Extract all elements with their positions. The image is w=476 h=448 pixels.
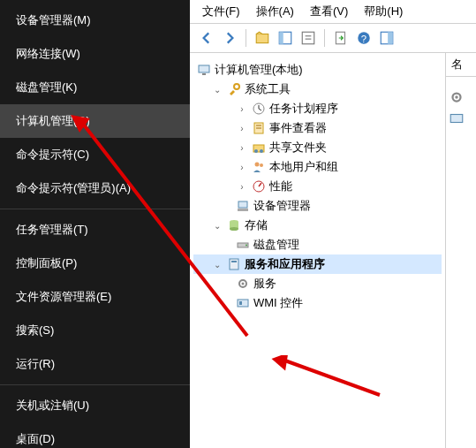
svg-point-20	[260, 149, 263, 153]
menu-device-manager[interactable]: 设备管理器(M)	[0, 4, 190, 37]
gear-icon	[236, 277, 250, 291]
menu-run[interactable]: 运行(R)	[0, 347, 190, 381]
tree-label: 共享文件夹	[269, 140, 327, 156]
svg-rect-36	[239, 301, 242, 305]
svg-rect-25	[238, 209, 248, 211]
users-icon	[252, 160, 266, 174]
tree-device-manager[interactable]: 设备管理器	[193, 196, 442, 216]
menu-desktop[interactable]: 桌面(D)	[0, 422, 190, 448]
menu-control-panel[interactable]: 控制面板(P)	[0, 247, 190, 280]
toolbar-separator	[246, 29, 246, 47]
menu-file-explorer[interactable]: 文件资源管理器(E)	[0, 280, 190, 314]
tree-shared-folders[interactable]: › 共享文件夹	[193, 138, 442, 157]
svg-point-28	[230, 227, 238, 231]
back-button[interactable]	[197, 28, 216, 48]
event-icon	[252, 121, 266, 135]
svg-rect-11	[199, 65, 209, 72]
show-hide-tree-button[interactable]	[276, 28, 295, 48]
menu-divider	[0, 384, 190, 385]
svg-point-13	[234, 84, 239, 89]
expander-icon[interactable]: ›	[236, 141, 248, 154]
menu-network-connections[interactable]: 网络连接(W)	[0, 37, 190, 71]
svg-rect-2	[279, 32, 283, 44]
tree-root[interactable]: 计算机管理(本地)	[193, 60, 442, 80]
services-apps-icon	[227, 257, 241, 271]
svg-text:?: ?	[361, 34, 366, 44]
toolbar: ?	[190, 24, 476, 53]
tree-label: 存储	[245, 217, 268, 233]
svg-rect-35	[238, 300, 248, 307]
menu-computer-management[interactable]: 计算机管理(G)	[0, 104, 190, 138]
svg-rect-0	[256, 34, 268, 43]
tree-wmi[interactable]: WMI 控件	[193, 293, 442, 313]
tree-label: 磁盘管理	[253, 237, 299, 253]
svg-rect-12	[202, 73, 206, 75]
up-button[interactable]	[253, 28, 272, 48]
expander-icon[interactable]: ›	[236, 161, 248, 173]
menu-search[interactable]: 搜索(S)	[0, 314, 190, 347]
tree-root-label: 计算机管理(本地)	[215, 62, 303, 78]
tree-label: 性能	[269, 178, 292, 194]
menu-task-manager[interactable]: 任务管理器(T)	[0, 213, 190, 247]
help-button[interactable]: ?	[354, 28, 374, 48]
svg-point-34	[242, 283, 245, 285]
gear-icon	[449, 89, 465, 105]
menu-file[interactable]: 文件(F)	[202, 4, 240, 19]
export-button[interactable]	[331, 28, 351, 48]
tree-system-tools[interactable]: ⌄ 系统工具	[193, 80, 442, 99]
menu-divider	[0, 209, 190, 209]
toolbar-separator	[324, 29, 325, 47]
menubar: 文件(F) 操作(A) 查看(V) 帮助(H)	[190, 0, 476, 24]
menu-shutdown-signout[interactable]: 关机或注销(U)	[0, 389, 190, 422]
expander-icon[interactable]: ›	[236, 103, 248, 115]
tree-label: 任务计划程序	[269, 101, 338, 117]
expander-icon[interactable]: ⌄	[211, 258, 223, 270]
menu-help[interactable]: 帮助(H)	[364, 4, 403, 19]
menu-command-prompt[interactable]: 命令提示符(C)	[0, 138, 190, 171]
winx-menu: 设备管理器(M) 网络连接(W) 磁盘管理(K) 计算机管理(G) 命令提示符(…	[0, 0, 190, 448]
tree-label: WMI 控件	[253, 295, 303, 311]
tree-label: 系统工具	[245, 81, 291, 97]
refresh-button[interactable]	[377, 28, 397, 48]
device-icon	[236, 199, 250, 213]
properties-button[interactable]	[298, 28, 318, 48]
menu-command-prompt-admin[interactable]: 命令提示符(管理员)(A)	[0, 171, 190, 205]
menu-disk-management[interactable]: 磁盘管理(K)	[0, 71, 190, 104]
tree-services[interactable]: 服务	[193, 274, 442, 293]
tree-local-users[interactable]: › 本地用户和组	[193, 157, 442, 177]
computer-management-window: 文件(F) 操作(A) 查看(V) 帮助(H) ? 计算机管理(本地)	[190, 0, 476, 448]
tree-performance[interactable]: › 性能	[193, 177, 442, 196]
tree-label: 服务和应用程序	[245, 256, 325, 272]
disk-icon	[236, 238, 250, 252]
svg-point-30	[246, 245, 247, 247]
svg-rect-31	[230, 259, 238, 270]
tree-event-viewer[interactable]: › 事件查看器	[193, 118, 442, 138]
tree-label: 设备管理器	[253, 198, 311, 214]
tools-icon	[227, 82, 241, 96]
expander-icon[interactable]: ›	[236, 122, 248, 134]
svg-rect-39	[450, 115, 463, 123]
tree-storage[interactable]: ⌄ 存储	[193, 216, 442, 235]
forward-button[interactable]	[220, 28, 239, 48]
storage-icon	[227, 218, 241, 232]
menu-view[interactable]: 查看(V)	[310, 4, 348, 19]
tree-services-apps[interactable]: ⌄ 服务和应用程序	[193, 254, 442, 274]
svg-point-22	[260, 163, 263, 167]
tree-disk-management[interactable]: 磁盘管理	[193, 235, 442, 254]
svg-rect-3	[302, 32, 314, 44]
wmi-icon	[449, 110, 465, 126]
column-header-name[interactable]: 名	[446, 53, 476, 77]
detail-pane: 名	[446, 53, 476, 448]
wmi-icon	[236, 296, 250, 310]
clock-icon	[252, 102, 266, 116]
tree-pane: 计算机管理(本地) ⌄ 系统工具 › 任务计划程序 › 事件查看器	[190, 53, 446, 448]
tree-task-scheduler[interactable]: › 任务计划程序	[193, 99, 442, 118]
menu-action[interactable]: 操作(A)	[256, 4, 294, 19]
expander-icon[interactable]: ⌄	[211, 83, 223, 95]
expander-icon[interactable]: ⌄	[211, 219, 223, 232]
svg-rect-10	[388, 32, 393, 44]
svg-point-19	[254, 149, 258, 153]
tree-label: 服务	[253, 276, 276, 292]
svg-point-38	[455, 95, 457, 98]
expander-icon[interactable]: ›	[236, 180, 248, 193]
